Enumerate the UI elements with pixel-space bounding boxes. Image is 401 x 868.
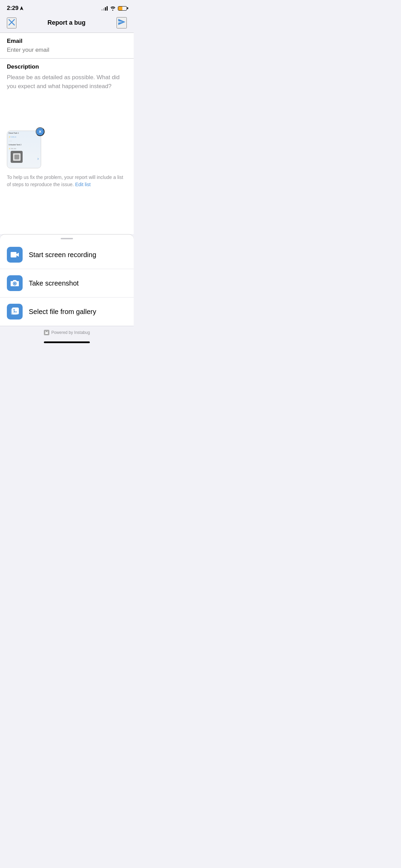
mock-row-3: --- --- xyxy=(7,139,41,143)
screenshot-thumbnail: Diesel Tank 1 ⚡ D:191.#1 --- --- Unleade… xyxy=(7,131,41,168)
email-section: Email xyxy=(0,33,134,59)
description-placeholder: Please be as detailed as possible. What … xyxy=(7,73,127,91)
sheet-handle xyxy=(0,234,134,241)
svg-point-8 xyxy=(13,309,15,311)
page-title: Report a bug xyxy=(48,19,86,26)
battery-icon xyxy=(118,6,127,11)
video-camera-icon xyxy=(7,247,23,263)
bottom-sheet: Start screen recording Take screenshot S… xyxy=(0,234,134,339)
screen-recording-label: Start screen recording xyxy=(29,251,96,259)
send-icon xyxy=(117,18,126,26)
signal-icon xyxy=(101,6,108,11)
edit-list-link[interactable]: Edit list xyxy=(75,182,90,187)
video-svg xyxy=(10,251,19,258)
description-label: Description xyxy=(7,63,127,70)
gallery-svg xyxy=(10,307,20,316)
steps-info: To help us fix the problem, your report … xyxy=(7,174,127,188)
instabug-logo-icon xyxy=(44,330,49,335)
email-input[interactable] xyxy=(7,47,127,53)
gallery-icon xyxy=(7,304,23,320)
status-time: 2:29 xyxy=(7,5,23,12)
status-bar: 2:29 xyxy=(0,0,134,14)
mock-row-5: ⚡ UNL.&## xyxy=(7,147,41,150)
nav-bar: Report a bug xyxy=(0,14,134,33)
mock-overlay-box xyxy=(11,151,23,163)
camera-icon xyxy=(7,275,23,291)
time-display: 2:29 xyxy=(7,5,19,12)
location-icon xyxy=(20,6,23,10)
screen-recording-item[interactable]: Start screen recording xyxy=(0,241,134,269)
close-button[interactable] xyxy=(7,17,16,28)
remove-screenshot-button[interactable]: × xyxy=(36,127,45,136)
svg-point-4 xyxy=(14,283,16,285)
powered-by-footer: Powered by Instabug xyxy=(0,326,134,339)
screenshot-thumbnail-wrapper: Diesel Tank 1 ⚡ D:191.#1 --- --- Unleade… xyxy=(7,131,41,168)
gallery-label: Select file from gallery xyxy=(29,308,96,316)
spacer xyxy=(0,193,134,234)
handle-bar xyxy=(61,238,73,239)
status-icons xyxy=(101,6,127,11)
home-indicator xyxy=(0,339,134,347)
svg-rect-2 xyxy=(11,252,16,257)
mock-chevron: › xyxy=(37,156,39,161)
email-label: Email xyxy=(7,38,127,45)
screenshot-area: Diesel Tank 1 ⚡ D:191.#1 --- --- Unleade… xyxy=(0,127,134,193)
remove-icon: × xyxy=(39,129,41,134)
send-button[interactable] xyxy=(117,17,127,28)
camera-svg xyxy=(10,279,19,287)
mock-row-2: ⚡ D:191.#1 xyxy=(7,135,41,139)
gallery-item[interactable]: Select file from gallery xyxy=(0,298,134,326)
form-content: Email Description Please be as detailed … xyxy=(0,33,134,193)
mock-box-center xyxy=(14,155,19,159)
wifi-icon xyxy=(110,6,116,11)
screenshot-preview: Diesel Tank 1 ⚡ D:191.#1 --- --- Unleade… xyxy=(7,131,41,168)
steps-text: To help us fix the problem, your report … xyxy=(7,174,123,187)
screenshot-label: Take screenshot xyxy=(29,279,79,287)
mock-box-inner xyxy=(13,153,21,161)
home-bar xyxy=(44,341,90,343)
description-section: Description Please be as detailed as pos… xyxy=(0,59,134,127)
powered-by-text: Powered by Instabug xyxy=(51,330,90,335)
x-icon xyxy=(8,18,16,26)
mock-row-4: Unleaded Tank 2 xyxy=(7,143,41,147)
svg-rect-7 xyxy=(12,308,19,314)
screenshot-item[interactable]: Take screenshot xyxy=(0,269,134,298)
